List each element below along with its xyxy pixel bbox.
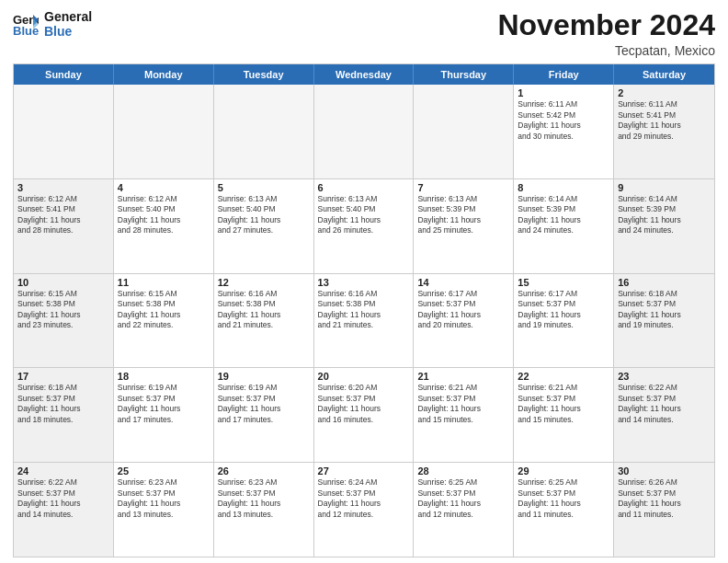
cell-info: Sunrise: 6:14 AMSunset: 5:39 PMDaylight:… <box>518 194 609 236</box>
cal-cell-2-5: 15Sunrise: 6:17 AMSunset: 5:37 PMDayligh… <box>514 274 614 368</box>
cell-info: Sunrise: 6:16 AMSunset: 5:38 PMDaylight:… <box>218 289 310 331</box>
cal-cell-4-5: 29Sunrise: 6:25 AMSunset: 5:37 PMDayligh… <box>514 463 614 557</box>
cell-info: Sunrise: 6:25 AMSunset: 5:37 PMDaylight:… <box>417 477 509 520</box>
calendar-header: SundayMondayTuesdayWednesdayThursdayFrid… <box>14 64 714 85</box>
day-number: 11 <box>118 277 210 288</box>
day-number: 30 <box>618 465 711 477</box>
cal-cell-0-6: 2Sunrise: 6:11 AMSunset: 5:41 PMDaylight… <box>614 85 714 178</box>
cell-info: Sunrise: 6:13 AMSunset: 5:39 PMDaylight:… <box>417 194 509 236</box>
cell-info: Sunrise: 6:15 AMSunset: 5:38 PMDaylight:… <box>17 289 109 331</box>
location-text: Tecpatan, Mexico <box>497 43 715 58</box>
logo-icon: General Blue <box>13 11 39 37</box>
calendar-row-1: 3Sunrise: 6:12 AMSunset: 5:41 PMDaylight… <box>14 178 714 273</box>
calendar-row-3: 17Sunrise: 6:18 AMSunset: 5:37 PMDayligh… <box>14 367 714 462</box>
cal-cell-0-4 <box>414 85 514 178</box>
day-number: 5 <box>218 182 310 193</box>
calendar-row-4: 24Sunrise: 6:22 AMSunset: 5:37 PMDayligh… <box>14 462 714 557</box>
weekday-header-sunday: Sunday <box>14 64 114 85</box>
cal-cell-3-0: 17Sunrise: 6:18 AMSunset: 5:37 PMDayligh… <box>14 368 114 462</box>
day-number: 25 <box>118 465 210 477</box>
title-area: November 2024 Tecpatan, Mexico <box>497 9 715 58</box>
cal-cell-4-4: 28Sunrise: 6:25 AMSunset: 5:37 PMDayligh… <box>414 463 514 557</box>
cell-info: Sunrise: 6:25 AMSunset: 5:37 PMDaylight:… <box>518 477 609 520</box>
day-number: 4 <box>118 182 210 193</box>
cell-info: Sunrise: 6:18 AMSunset: 5:37 PMDaylight:… <box>17 383 109 425</box>
day-number: 1 <box>518 87 609 98</box>
calendar-row-2: 10Sunrise: 6:15 AMSunset: 5:38 PMDayligh… <box>14 273 714 368</box>
cell-info: Sunrise: 6:12 AMSunset: 5:40 PMDaylight:… <box>118 194 210 236</box>
cell-info: Sunrise: 6:14 AMSunset: 5:39 PMDaylight:… <box>618 194 711 236</box>
cal-cell-2-4: 14Sunrise: 6:17 AMSunset: 5:37 PMDayligh… <box>414 274 514 368</box>
cal-cell-3-5: 22Sunrise: 6:21 AMSunset: 5:37 PMDayligh… <box>514 368 614 462</box>
cal-cell-3-2: 19Sunrise: 6:19 AMSunset: 5:37 PMDayligh… <box>214 368 314 462</box>
cal-cell-4-6: 30Sunrise: 6:26 AMSunset: 5:37 PMDayligh… <box>614 463 714 557</box>
calendar-row-0: 1Sunrise: 6:11 AMSunset: 5:42 PMDaylight… <box>14 85 714 178</box>
weekday-header-wednesday: Wednesday <box>314 64 415 85</box>
cell-info: Sunrise: 6:17 AMSunset: 5:37 PMDaylight:… <box>417 289 509 331</box>
cal-cell-2-2: 12Sunrise: 6:16 AMSunset: 5:38 PMDayligh… <box>214 274 314 368</box>
weekday-header-friday: Friday <box>514 64 614 85</box>
cal-cell-3-1: 18Sunrise: 6:19 AMSunset: 5:37 PMDayligh… <box>114 368 214 462</box>
day-number: 22 <box>518 371 609 382</box>
day-number: 9 <box>618 182 711 193</box>
weekday-header-tuesday: Tuesday <box>214 64 314 85</box>
weekday-header-saturday: Saturday <box>614 64 714 85</box>
cal-cell-2-1: 11Sunrise: 6:15 AMSunset: 5:38 PMDayligh… <box>114 274 214 368</box>
cal-cell-3-3: 20Sunrise: 6:20 AMSunset: 5:37 PMDayligh… <box>314 368 415 462</box>
cell-info: Sunrise: 6:12 AMSunset: 5:41 PMDaylight:… <box>17 194 109 236</box>
cal-cell-0-3 <box>314 85 415 178</box>
cell-info: Sunrise: 6:20 AMSunset: 5:37 PMDaylight:… <box>318 383 410 425</box>
day-number: 15 <box>518 277 609 288</box>
cell-info: Sunrise: 6:19 AMSunset: 5:37 PMDaylight:… <box>118 383 210 425</box>
logo-text-general: General <box>44 9 92 24</box>
day-number: 16 <box>618 277 711 288</box>
day-number: 17 <box>17 371 109 382</box>
weekday-header-monday: Monday <box>114 64 214 85</box>
day-number: 14 <box>417 277 509 288</box>
day-number: 18 <box>118 371 210 382</box>
weekday-header-thursday: Thursday <box>414 64 514 85</box>
cal-cell-0-1 <box>114 85 214 178</box>
cell-info: Sunrise: 6:23 AMSunset: 5:37 PMDaylight:… <box>218 477 310 520</box>
calendar-body: 1Sunrise: 6:11 AMSunset: 5:42 PMDaylight… <box>14 85 714 557</box>
day-number: 23 <box>618 371 711 382</box>
cal-cell-4-1: 25Sunrise: 6:23 AMSunset: 5:37 PMDayligh… <box>114 463 214 557</box>
cal-cell-1-1: 4Sunrise: 6:12 AMSunset: 5:40 PMDaylight… <box>114 179 214 273</box>
day-number: 26 <box>218 465 310 477</box>
cal-cell-4-2: 26Sunrise: 6:23 AMSunset: 5:37 PMDayligh… <box>214 463 314 557</box>
day-number: 10 <box>17 277 109 288</box>
cal-cell-2-0: 10Sunrise: 6:15 AMSunset: 5:38 PMDayligh… <box>14 274 114 368</box>
cal-cell-0-0 <box>14 85 114 178</box>
cell-info: Sunrise: 6:11 AMSunset: 5:42 PMDaylight:… <box>518 99 609 142</box>
day-number: 12 <box>218 277 310 288</box>
cell-info: Sunrise: 6:23 AMSunset: 5:37 PMDaylight:… <box>118 477 210 520</box>
cell-info: Sunrise: 6:21 AMSunset: 5:37 PMDaylight:… <box>417 383 509 425</box>
calendar: SundayMondayTuesdayWednesdayThursdayFrid… <box>13 63 715 557</box>
cal-cell-0-5: 1Sunrise: 6:11 AMSunset: 5:42 PMDaylight… <box>514 85 614 178</box>
cal-cell-0-2 <box>214 85 314 178</box>
cal-cell-1-6: 9Sunrise: 6:14 AMSunset: 5:39 PMDaylight… <box>614 179 714 273</box>
cal-cell-3-4: 21Sunrise: 6:21 AMSunset: 5:37 PMDayligh… <box>414 368 514 462</box>
cal-cell-3-6: 23Sunrise: 6:22 AMSunset: 5:37 PMDayligh… <box>614 368 714 462</box>
cal-cell-1-2: 5Sunrise: 6:13 AMSunset: 5:40 PMDaylight… <box>214 179 314 273</box>
cell-info: Sunrise: 6:22 AMSunset: 5:37 PMDaylight:… <box>17 477 109 520</box>
cell-info: Sunrise: 6:15 AMSunset: 5:38 PMDaylight:… <box>118 289 210 331</box>
calendar-page: General Blue General Blue November 2024 … <box>0 0 728 563</box>
cell-info: Sunrise: 6:24 AMSunset: 5:37 PMDaylight:… <box>318 477 410 520</box>
cal-cell-1-4: 7Sunrise: 6:13 AMSunset: 5:39 PMDaylight… <box>414 179 514 273</box>
day-number: 27 <box>318 465 410 477</box>
cell-info: Sunrise: 6:21 AMSunset: 5:37 PMDaylight:… <box>518 383 609 425</box>
day-number: 29 <box>518 465 609 477</box>
cell-info: Sunrise: 6:19 AMSunset: 5:37 PMDaylight:… <box>218 383 310 425</box>
cal-cell-1-0: 3Sunrise: 6:12 AMSunset: 5:41 PMDaylight… <box>14 179 114 273</box>
day-number: 3 <box>17 182 109 193</box>
cell-info: Sunrise: 6:13 AMSunset: 5:40 PMDaylight:… <box>318 194 410 236</box>
cell-info: Sunrise: 6:18 AMSunset: 5:37 PMDaylight:… <box>618 289 711 331</box>
cell-info: Sunrise: 6:22 AMSunset: 5:37 PMDaylight:… <box>618 383 711 425</box>
cell-info: Sunrise: 6:11 AMSunset: 5:41 PMDaylight:… <box>618 99 711 142</box>
day-number: 7 <box>417 182 509 193</box>
cal-cell-2-3: 13Sunrise: 6:16 AMSunset: 5:38 PMDayligh… <box>314 274 415 368</box>
header: General Blue General Blue November 2024 … <box>13 9 715 58</box>
cal-cell-1-5: 8Sunrise: 6:14 AMSunset: 5:39 PMDaylight… <box>514 179 614 273</box>
day-number: 19 <box>218 371 310 382</box>
